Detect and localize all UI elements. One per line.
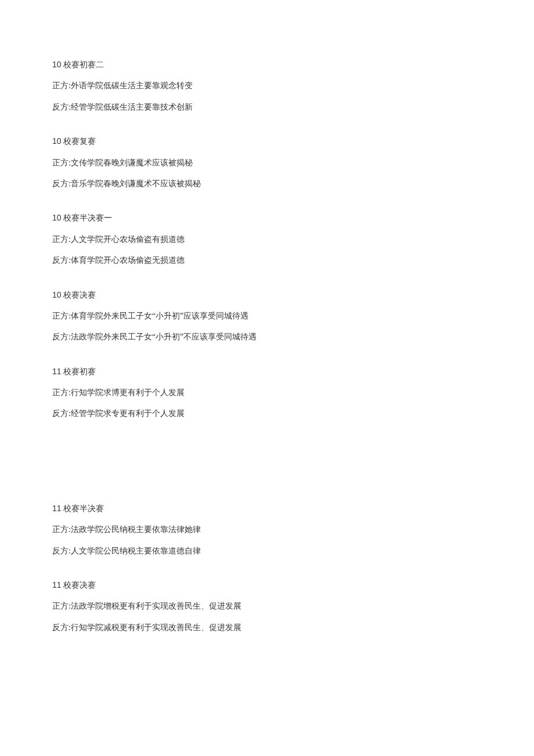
section-title: 11 校赛初赛 — [52, 365, 482, 378]
con-side: 反方:音乐学院春晚刘谦魔术不应该被揭秘 — [52, 178, 482, 190]
debate-section: 10 校赛决赛 正方:体育学院外来民工子女“小升初”应该享受同城待遇 反方:法政… — [52, 288, 482, 344]
section-title: 10 校赛复赛 — [52, 135, 482, 148]
title-text: 校赛决赛 — [62, 581, 96, 589]
con-side: 反方:人文学院公民纳税主要依靠道德自律 — [52, 545, 482, 558]
debate-section: 10 校赛复赛 正方:文传学院春晚刘谦魔术应该被揭秘 反方:音乐学院春晚刘谦魔术… — [52, 135, 482, 190]
title-text: 校赛复赛 — [62, 137, 96, 146]
title-number: 11 — [52, 367, 62, 376]
debate-section: 11 校赛半决赛 正方:法政学院公民纳税主要依靠法律她律 反方:人文学院公民纳税… — [52, 502, 482, 558]
title-text: 校赛决赛 — [62, 291, 96, 299]
title-text: 校赛初赛 — [62, 367, 96, 376]
title-number: 11 — [52, 504, 62, 513]
pro-side: 正方:法政学院公民纳税主要依靠法律她律 — [52, 523, 482, 536]
title-text: 校赛初赛二 — [62, 60, 104, 69]
section-title: 11 校赛决赛 — [52, 578, 482, 592]
debate-section: 10 校赛半决赛一 正方:人文学院开心农场偷盗有损道德 反方:体育学院开心农场偷… — [52, 211, 482, 267]
con-side: 反方:体育学院开心农场偷盗无损道德 — [52, 254, 482, 267]
pro-side: 正方:外语学院低碳生活主要靠观念转变 — [52, 79, 482, 92]
pro-side: 正方:体育学院外来民工子女“小升初”应该享受同城待遇 — [52, 310, 482, 323]
pro-side: 正方:法政学院增税更有利于实现改善民生、促进发展 — [52, 600, 482, 613]
section-title: 10 校赛半决赛一 — [52, 211, 482, 225]
debate-section: 11 校赛决赛 正方:法政学院增税更有利于实现改善民生、促进发展 反方:行知学院… — [52, 578, 482, 634]
con-side: 反方:经管学院求专更有利于个人发展 — [52, 407, 482, 420]
title-number: 10 — [52, 136, 62, 146]
section-title: 10 校赛决赛 — [52, 288, 482, 302]
title-number: 10 — [52, 290, 62, 299]
pro-side: 正方:人文学院开心农场偷盗有损道德 — [52, 233, 482, 246]
pro-side: 正方:行知学院求博更有利于个人发展 — [52, 386, 482, 399]
pro-side: 正方:文传学院春晚刘谦魔术应该被揭秘 — [52, 157, 482, 169]
title-text: 校赛半决赛一 — [62, 214, 113, 222]
con-side: 反方:法政学院外来民工子女“小升初”不应该享受同城待遇 — [52, 331, 482, 343]
debate-section: 10 校赛初赛二 正方:外语学院低碳生活主要靠观念转变 反方:经管学院低碳生活主… — [52, 58, 482, 114]
con-side: 反方:行知学院减税更有利于实现改善民生、促进发展 — [52, 621, 482, 634]
debate-section: 11 校赛初赛 正方:行知学院求博更有利于个人发展 反方:经管学院求专更有利于个… — [52, 365, 482, 421]
section-title: 11 校赛半决赛 — [52, 502, 482, 515]
title-number: 11 — [52, 580, 62, 589]
title-text: 校赛半决赛 — [62, 504, 104, 513]
title-number: 10 — [52, 213, 62, 222]
con-side: 反方:经管学院低碳生活主要靠技术创新 — [52, 101, 482, 114]
title-number: 10 — [52, 60, 62, 69]
section-title: 10 校赛初赛二 — [52, 58, 482, 71]
